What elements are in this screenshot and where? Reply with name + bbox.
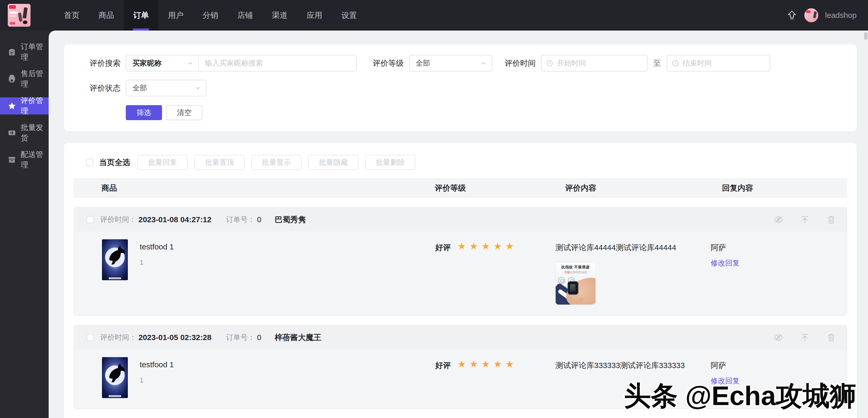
- main-content: 评价搜索 买家昵称 评价等级 全部: [49, 31, 868, 418]
- review-list-panel: 当页全选 批量回复 批量置顶 批量显示 批量隐藏 批量删除 商品 评价等级 评价…: [64, 143, 857, 418]
- attachment-title: 抗指纹 不留痕迹: [556, 265, 595, 270]
- delete-icon[interactable]: [826, 332, 836, 342]
- time-label: 评价时间: [505, 58, 536, 69]
- batch-reply-button[interactable]: 批量回复: [137, 155, 188, 170]
- content-cell: 测试评论库44444测试评论库44444 抗指纹 不留痕迹 升级抗指纹防油层 防…: [555, 239, 711, 305]
- start-time-input[interactable]: [557, 59, 642, 67]
- start-time-picker[interactable]: [541, 55, 648, 71]
- buyer-nickname: 梓蓓酱大魔王: [275, 332, 321, 343]
- batch-buttons: 批量回复 批量置顶 批量显示 批量隐藏 批量删除: [137, 155, 415, 170]
- pin-top-icon[interactable]: [800, 332, 810, 342]
- star-rating: ★★★★★: [458, 359, 517, 369]
- clipboard-icon: [8, 48, 16, 56]
- review-row-body: testfood 1 1 好评 ★★★★★ 测试评论库44444测试评论库444…: [74, 232, 847, 315]
- review-row-header: 评价时间： 2023-01-05 02:32:28 订单号： 0 梓蓓酱大魔王: [74, 326, 847, 349]
- sidebar-item-order-management[interactable]: 订单管理: [0, 43, 49, 61]
- status-value: 全部: [132, 83, 147, 93]
- nav-item-settings[interactable]: 设置: [332, 0, 367, 31]
- filter-submit-button[interactable]: 筛选: [126, 105, 162, 120]
- watermark-text: 头条 @Echa攻城狮: [624, 378, 857, 414]
- sidebar-item-aftersales-management[interactable]: 售后管理: [0, 70, 49, 88]
- user-avatar[interactable]: [804, 8, 818, 22]
- star-rating: ★★★★★: [458, 242, 517, 251]
- search-label: 评价搜索: [76, 58, 121, 69]
- column-reply: 回复内容: [710, 183, 847, 193]
- nav-item-store[interactable]: 店铺: [228, 0, 262, 31]
- nav-item-home[interactable]: 首页: [54, 0, 89, 31]
- chevron-down-icon: [480, 60, 487, 66]
- pin-top-icon[interactable]: [800, 214, 810, 225]
- to-text: 至: [653, 58, 661, 69]
- table-header: 商品 评价等级 评价内容 回复内容: [73, 178, 847, 198]
- attachment-subtitle: 升级抗指纹防油层: [556, 270, 595, 274]
- sidebar-item-label: 批量发货: [21, 122, 49, 143]
- scrollbar-thumb[interactable]: [864, 32, 867, 40]
- product-cell: testfood 1 1: [74, 239, 435, 305]
- buyer-nickname: 巴蜀秀隽: [275, 214, 306, 225]
- hide-review-icon[interactable]: [773, 332, 784, 342]
- body-row: 订单管理 售后管理 评价管理: [0, 31, 868, 418]
- publish-icon[interactable]: [786, 9, 798, 21]
- topbar-right: leadshop: [786, 0, 860, 31]
- logo-decoration: [9, 5, 16, 9]
- product-cell: testfood 1 1: [74, 357, 435, 398]
- rating-cell: 好评 ★★★★★: [435, 357, 555, 398]
- nav-item-channels[interactable]: 渠道: [262, 0, 297, 31]
- edit-reply-link[interactable]: 修改回复: [711, 258, 740, 268]
- row-actions: [773, 332, 836, 342]
- nav-item-distribution[interactable]: 分销: [193, 0, 228, 31]
- select-all-label: 当页全选: [99, 157, 130, 168]
- sidebar-item-label: 售后管理: [21, 69, 49, 89]
- end-time-input[interactable]: [683, 59, 765, 67]
- search-type-select[interactable]: 买家昵称: [126, 55, 199, 71]
- batch-pin-button[interactable]: 批量置顶: [194, 155, 245, 170]
- sidebar-item-delivery-management[interactable]: 配送管理: [0, 151, 49, 168]
- level-value: 全部: [415, 58, 430, 68]
- product-quantity: 1: [140, 376, 174, 384]
- level-select[interactable]: 全部: [409, 55, 492, 71]
- review-content: 测试评论库333333测试评论库333333: [555, 360, 711, 371]
- sidebar-item-review-management[interactable]: 评价管理: [0, 97, 49, 115]
- review-search-combo: 买家昵称: [126, 55, 356, 71]
- column-rating: 评价等级: [435, 183, 555, 193]
- sidebar-item-batch-shipping[interactable]: 批量发货: [0, 124, 49, 141]
- review-time-value: 2023-01-05 02:32:28: [138, 333, 211, 342]
- search-type-value: 买家昵称: [132, 58, 161, 68]
- rating-cell: 好评 ★★★★★: [435, 239, 555, 305]
- row-checkbox[interactable]: [87, 216, 94, 223]
- sidebar: 订单管理 售后管理 评价管理: [0, 31, 49, 418]
- row-checkbox[interactable]: [87, 334, 94, 341]
- column-product: 商品: [73, 183, 435, 193]
- archive-icon: [8, 156, 16, 164]
- order-no-label: 订单号：: [226, 215, 255, 225]
- waterproof-icon: [558, 277, 565, 284]
- batch-show-button[interactable]: 批量显示: [251, 155, 302, 170]
- row-actions: [773, 214, 836, 225]
- order-no-value: 0: [257, 333, 261, 342]
- top-nav: 首页 商品 订单 用户 分销 店铺 渠道 应用 设置: [54, 0, 367, 31]
- sidebar-item-label: 订单管理: [21, 42, 49, 62]
- review-attachment-image[interactable]: 抗指纹 不留痕迹 升级抗指纹防油层 防水疏油 有效抗指纹: [555, 262, 596, 305]
- nav-item-goods[interactable]: 商品: [89, 0, 124, 31]
- nav-item-apps[interactable]: 应用: [297, 0, 332, 31]
- shop-logo: [8, 4, 31, 27]
- review-row-header: 评价时间： 2023-01-08 04:27:12 订单号： 0 巴蜀秀隽: [74, 208, 847, 232]
- search-input[interactable]: [199, 55, 356, 71]
- status-select[interactable]: 全部: [126, 80, 207, 96]
- product-name: testfood 1: [140, 360, 174, 369]
- nav-item-orders[interactable]: 订单: [124, 0, 158, 31]
- batch-delete-button[interactable]: 批量删除: [365, 155, 415, 170]
- review-time-value: 2023-01-08 04:27:12: [138, 215, 211, 224]
- end-time-picker[interactable]: [666, 55, 770, 71]
- user-name: leadshop: [825, 11, 857, 20]
- delete-icon[interactable]: [826, 214, 836, 225]
- batch-hide-button[interactable]: 批量隐藏: [308, 155, 359, 170]
- filter-reset-button[interactable]: 清空: [166, 105, 203, 120]
- product-image: [102, 239, 128, 280]
- topbar: 首页 商品 订单 用户 分销 店铺 渠道 应用 设置 leadshop: [0, 0, 868, 31]
- nav-item-users[interactable]: 用户: [158, 0, 193, 31]
- select-all-checkbox[interactable]: [86, 159, 93, 166]
- hide-review-icon[interactable]: [773, 214, 784, 225]
- reply-cell: 阿萨 修改回复: [711, 239, 847, 305]
- product-name: testfood 1: [140, 242, 174, 251]
